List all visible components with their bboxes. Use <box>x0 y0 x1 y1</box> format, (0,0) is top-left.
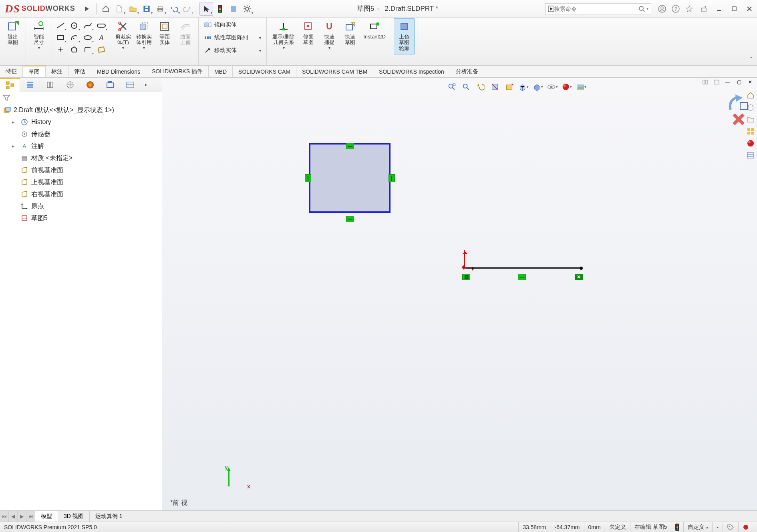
tree-history[interactable]: ▸History <box>0 116 162 128</box>
zoom-area-icon[interactable] <box>460 81 472 93</box>
apply-scene-icon[interactable]: ▾ <box>575 81 587 93</box>
doc-minimize-icon[interactable]: — <box>723 78 733 86</box>
taskpane-view-palette-icon[interactable] <box>745 126 756 137</box>
minimize-icon[interactable] <box>711 3 727 15</box>
tree-sensors[interactable]: 传感器 <box>0 128 162 140</box>
rectangle-tool-icon[interactable]: ▾ <box>54 32 66 43</box>
relation-horizontal-line-icon[interactable]: — <box>518 274 526 280</box>
spline-tool-icon[interactable]: ▾ <box>82 20 94 31</box>
doc-close-icon[interactable]: ✕ <box>745 78 755 86</box>
status-rebuild-icon[interactable] <box>671 522 683 532</box>
relation-endpoint-icon[interactable]: ✕ <box>575 274 583 280</box>
doc-maximize-icon[interactable]: ▢ <box>734 78 744 86</box>
shaded-sketch-contour-button[interactable]: 上色 草图 轮廓 <box>394 18 415 54</box>
redo-icon[interactable]: ▾ <box>181 2 194 16</box>
taskpane-design-library-icon[interactable] <box>745 102 756 113</box>
tree-front-plane[interactable]: 前视基准面 <box>0 164 162 176</box>
ellipse-tool-icon[interactable]: ▾ <box>82 32 94 43</box>
gear-icon[interactable]: ▾ <box>240 2 254 16</box>
convert-entities-button[interactable]: 转换实 体引用▾ <box>133 18 154 54</box>
tree-annotations[interactable]: ▸A注解 <box>0 140 162 152</box>
minimize-inner-icon[interactable] <box>696 3 711 15</box>
surface-offset-button[interactable]: 曲面 上偏 <box>175 18 196 54</box>
tab-nav-first-icon[interactable]: ⏮ <box>0 511 9 522</box>
collapse-ribbon-icon[interactable]: ˆ <box>746 18 757 65</box>
relation-horizontal-bottom-icon[interactable]: — <box>346 216 354 222</box>
panel-tab-more-icon[interactable]: ▸ <box>140 78 152 92</box>
bottom-tab-motion[interactable]: 运动算例 1 <box>90 511 129 522</box>
zoom-fit-icon[interactable] <box>445 81 457 93</box>
tree-origin[interactable]: 原点 <box>0 200 162 212</box>
exit-sketch-button[interactable]: 退出 草图 <box>2 18 23 54</box>
edit-appearance-icon[interactable]: ▾ <box>561 81 573 93</box>
smart-dimension-button[interactable]: 智能 尺寸 ▾ <box>28 18 49 54</box>
tab-nav-last-icon[interactable]: ⏭ <box>26 511 35 522</box>
show-relations-button[interactable]: 显示/删除 几何关系▾ <box>269 18 298 54</box>
sketch-rectangle[interactable] <box>309 143 391 213</box>
linear-pattern-button[interactable]: 线性草图阵列▾ <box>201 32 264 44</box>
move-entities-button[interactable]: 移动实体▾ <box>201 44 264 56</box>
mirror-entities-button[interactable]: 镜向实体 <box>201 19 264 31</box>
tree-sketch5[interactable]: 草图5 <box>0 212 162 224</box>
plane-tool-icon[interactable] <box>95 44 107 55</box>
section-view-icon[interactable] <box>489 81 501 93</box>
tree-right-plane[interactable]: 右视基准面 <box>0 188 162 200</box>
taskpane-appearances-icon[interactable] <box>745 138 756 149</box>
slot-tool-icon[interactable]: ▾ <box>95 20 107 31</box>
taskpane-home-icon[interactable] <box>745 90 756 101</box>
point-tool-icon[interactable] <box>54 44 66 55</box>
command-search-input[interactable] <box>554 6 638 12</box>
tab-analysis[interactable]: 分析准备 <box>450 66 484 77</box>
panel-tab-cam-manager-icon[interactable] <box>100 78 120 92</box>
status-tags-icon[interactable] <box>723 522 738 532</box>
relation-vertical-right-icon[interactable]: | <box>389 174 395 182</box>
tab-inspection[interactable]: SOLIDWORKS Inspection <box>373 66 450 77</box>
close-icon[interactable] <box>742 3 757 15</box>
doc-window-icon[interactable] <box>711 78 722 86</box>
repair-sketch-button[interactable]: 修复 草图 <box>298 18 319 54</box>
open-file-icon[interactable]: ▾ <box>126 2 140 16</box>
new-file-icon[interactable]: ▾ <box>113 2 126 16</box>
star-icon[interactable] <box>683 2 696 16</box>
doc-split-icon[interactable] <box>700 78 711 86</box>
traffic-light-icon[interactable] <box>213 2 227 16</box>
dynamic-annotation-icon[interactable] <box>503 81 515 93</box>
circle-tool-icon[interactable]: ▾ <box>68 20 80 31</box>
taskpane-file-explorer-icon[interactable] <box>745 114 756 125</box>
tab-evaluate[interactable]: 评估 <box>68 66 91 77</box>
tree-material[interactable]: 材质 <未指定> <box>0 152 162 164</box>
graphics-area[interactable]: — ▢ ✕ ▾ ▾ ▾ ▾ ▾ — — | | ▨ — <box>162 78 757 510</box>
help-icon[interactable]: ? <box>669 2 683 16</box>
polygon-tool-icon[interactable] <box>68 44 80 55</box>
bottom-tab-model[interactable]: 模型 <box>35 511 58 522</box>
quick-snap-button[interactable]: 快速 捕捉▾ <box>319 18 340 54</box>
tab-sketch[interactable]: 草图 <box>23 66 46 77</box>
display-style-icon[interactable]: ▾ <box>532 81 544 93</box>
search-icon[interactable] <box>638 6 645 12</box>
view-orientation-icon[interactable]: ▾ <box>517 81 529 93</box>
panel-tab-dimxpert-icon[interactable] <box>60 78 80 92</box>
sketch-line[interactable] <box>466 267 582 269</box>
panel-tab-display-manager-icon[interactable] <box>80 78 100 92</box>
offset-entities-button[interactable]: 等距 实体 <box>154 18 175 54</box>
rapid-sketch-button[interactable]: 快速 草图 <box>340 18 360 54</box>
home-icon[interactable] <box>99 2 113 16</box>
hide-show-icon[interactable]: ▾ <box>546 81 558 93</box>
tab-cam[interactable]: SOLIDWORKS CAM <box>233 66 296 77</box>
tab-nav-prev-icon[interactable]: ◀ <box>9 511 18 522</box>
tab-mbd[interactable]: MBD <box>209 66 233 77</box>
relation-horizontal-top-icon[interactable]: — <box>346 143 354 149</box>
play-icon[interactable] <box>80 2 94 16</box>
tab-cam-tbm[interactable]: SOLIDWORKS CAM TBM <box>296 66 373 77</box>
status-macro-icon[interactable] <box>738 522 753 532</box>
instant2d-button[interactable]: Instant2D <box>360 18 389 54</box>
status-unit-system[interactable]: 自定义 ▴ <box>683 522 712 532</box>
select-cursor-icon[interactable]: ▾ <box>199 2 213 16</box>
print-icon[interactable]: ▾ <box>153 2 167 16</box>
tab-annotate[interactable]: 标注 <box>46 66 68 77</box>
taskpane-custom-props-icon[interactable] <box>745 150 756 161</box>
panel-tab-feature-tree-icon[interactable] <box>0 78 20 92</box>
save-icon[interactable]: ▾ <box>140 2 153 16</box>
user-icon[interactable] <box>655 2 669 16</box>
arc-tool-icon[interactable]: ▾ <box>68 32 80 43</box>
